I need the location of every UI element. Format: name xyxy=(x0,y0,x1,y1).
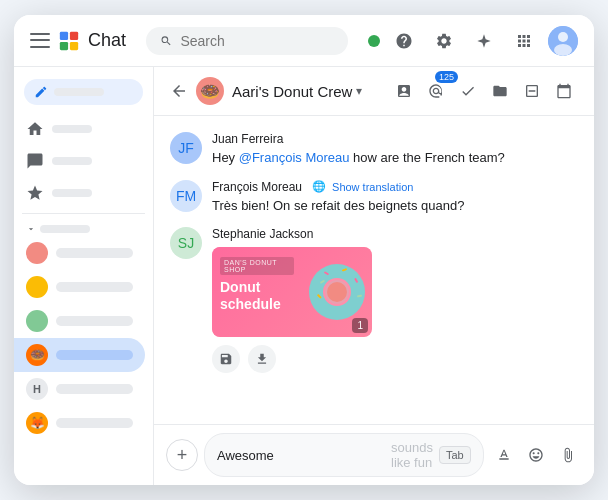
francois-avatar: FM xyxy=(170,180,202,212)
google-chat-logo xyxy=(58,30,80,52)
donut-schedule-text: Donut schedule xyxy=(220,279,294,313)
svg-rect-0 xyxy=(60,31,68,39)
sparkle-button[interactable] xyxy=(468,25,500,57)
juan-msg-text: Hey @François Moreau how are the French … xyxy=(212,148,505,168)
chat-header-actions: 125 xyxy=(390,77,578,105)
stephanie-avatar: SJ xyxy=(170,227,202,259)
svg-rect-2 xyxy=(60,41,68,49)
search-input[interactable] xyxy=(180,33,334,49)
svg-point-6 xyxy=(554,44,572,56)
compose-label xyxy=(54,88,104,96)
back-button[interactable] xyxy=(170,82,188,100)
app-title: Chat xyxy=(88,30,126,51)
top-bar: Chat xyxy=(14,15,594,67)
sidebar-contact-1[interactable] xyxy=(14,236,145,270)
sidebar-item-home[interactable] xyxy=(14,113,145,145)
juan-msg-content: Juan Ferreira Hey @François Moreau how a… xyxy=(212,132,505,168)
chevron-down-icon: ▾ xyxy=(356,84,362,98)
svg-point-5 xyxy=(558,32,568,42)
apps-button[interactable] xyxy=(508,25,540,57)
mentions-badge: 125 xyxy=(435,71,458,83)
tasks-button[interactable] xyxy=(454,77,482,105)
donut-shop-label: Dan's Donut Shop xyxy=(220,257,294,275)
chat-area: 🍩 Aari's Donut Crew ▾ 125 xyxy=(154,67,594,485)
sidebar: 🍩 H 🦊 xyxy=(14,67,154,485)
help-button[interactable] xyxy=(388,25,420,57)
svg-rect-1 xyxy=(70,31,78,39)
svg-rect-3 xyxy=(70,41,78,49)
tab-hint: Tab xyxy=(439,446,471,464)
input-bar-icons xyxy=(490,441,594,469)
mention-francois: @François Moreau xyxy=(239,150,350,165)
stephanie-msg-content: Stephanie Jackson Dan's Donut Shop Donut… xyxy=(212,227,372,373)
svg-point-16 xyxy=(327,282,347,302)
show-translation-button[interactable]: Show translation xyxy=(332,181,413,193)
message-input[interactable] xyxy=(217,448,385,463)
message-juan: JF Juan Ferreira Hey @François Moreau ho… xyxy=(170,132,578,168)
donut-svg xyxy=(302,257,372,327)
donut-text: Dan's Donut Shop Donut schedule xyxy=(212,247,302,337)
francois-sender-name: François Moreau 🌐 Show translation xyxy=(212,180,464,194)
sidebar-contact-6[interactable]: 🦊 xyxy=(14,406,145,440)
translation-flag-icon: 🌐 xyxy=(312,180,326,193)
main-content: 🍩 H 🦊 🍩 Aari's Donut Crew xyxy=(14,67,594,485)
donut-card: Dan's Donut Shop Donut schedule xyxy=(212,247,372,337)
message-input-wrapper: sounds like fun Tab xyxy=(204,433,484,477)
input-suggestion: sounds like fun xyxy=(391,440,433,470)
compose-button[interactable] xyxy=(24,79,143,105)
chat-title: Aari's Donut Crew ▾ xyxy=(232,83,362,100)
mentions-button[interactable]: 125 xyxy=(422,77,450,105)
app-window: Chat xyxy=(14,15,594,485)
format-text-button[interactable] xyxy=(490,441,518,469)
group-icon: 🍩 xyxy=(196,77,224,105)
message-stephanie: SJ Stephanie Jackson Dan's Donut Shop Do… xyxy=(170,227,578,373)
sidebar-contact-active[interactable]: 🍩 xyxy=(14,338,145,372)
sidebar-section-header xyxy=(14,218,153,236)
download-attachment-button[interactable] xyxy=(248,345,276,373)
juan-avatar: JF xyxy=(170,132,202,164)
messages-container: JF Juan Ferreira Hey @François Moreau ho… xyxy=(154,116,594,424)
search-icon xyxy=(160,34,172,48)
calendar-button[interactable] xyxy=(550,77,578,105)
donut-attachment: Dan's Donut Shop Donut schedule xyxy=(212,247,372,337)
status-indicator xyxy=(368,35,380,47)
sidebar-contact-3[interactable] xyxy=(14,304,145,338)
attachment-actions xyxy=(212,345,372,373)
sidebar-item-chat[interactable] xyxy=(14,145,145,177)
add-attachment-button[interactable]: + xyxy=(166,439,198,471)
francois-msg-text: Très bien! On se refait des beignets qua… xyxy=(212,196,464,216)
chat-header: 🍩 Aari's Donut Crew ▾ 125 xyxy=(154,67,594,116)
integrations-button[interactable] xyxy=(518,77,546,105)
upload-button[interactable] xyxy=(586,441,594,469)
attachment-badge: 1 xyxy=(352,318,368,333)
sidebar-contact-2[interactable] xyxy=(14,270,145,304)
user-avatar[interactable] xyxy=(548,26,578,56)
input-bar: + sounds like fun Tab xyxy=(154,424,594,485)
sidebar-contact-5[interactable]: H xyxy=(14,372,145,406)
attach-file-button[interactable] xyxy=(554,441,582,469)
stephanie-sender-name: Stephanie Jackson xyxy=(212,227,372,241)
add-person-button[interactable] xyxy=(390,77,418,105)
message-francois: FM François Moreau 🌐 Show translation Tr… xyxy=(170,180,578,216)
sidebar-item-starred[interactable] xyxy=(14,177,145,209)
folder-button[interactable] xyxy=(486,77,514,105)
settings-button[interactable] xyxy=(428,25,460,57)
sidebar-divider xyxy=(22,213,145,214)
top-bar-icons xyxy=(368,25,578,57)
save-attachment-button[interactable] xyxy=(212,345,240,373)
search-bar[interactable] xyxy=(146,27,348,55)
hamburger-menu[interactable] xyxy=(30,31,50,51)
emoji-button[interactable] xyxy=(522,441,550,469)
juan-sender-name: Juan Ferreira xyxy=(212,132,505,146)
francois-msg-content: François Moreau 🌐 Show translation Très … xyxy=(212,180,464,216)
